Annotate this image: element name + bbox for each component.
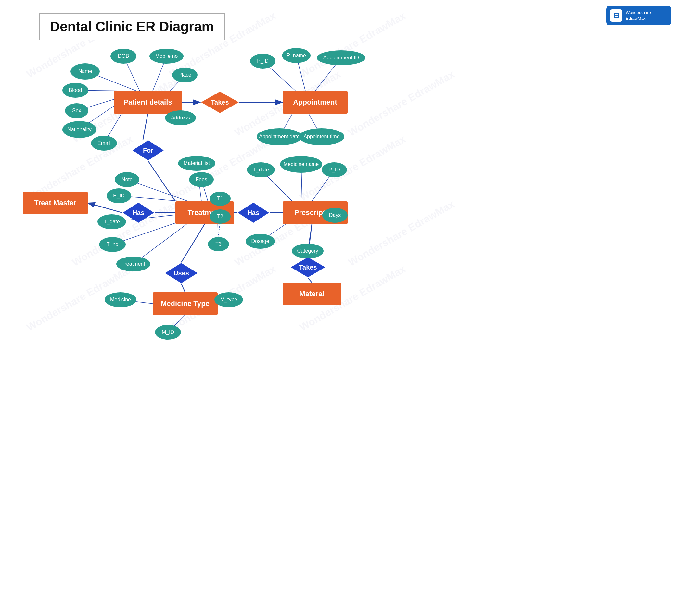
svg-line-5: [148, 161, 175, 201]
attr-t2: T2: [210, 209, 231, 224]
attr-aptid: Appointment ID: [317, 50, 365, 65]
svg-line-13: [308, 278, 312, 283]
attr-treatment-attr: Treatment: [116, 256, 150, 272]
attr-mtype: M_type: [214, 292, 243, 307]
logo-text: Wondershare EdrawMax: [626, 10, 651, 21]
svg-line-38: [218, 224, 220, 236]
svg-line-4: [143, 114, 148, 140]
attr-mobile: Mobile no: [149, 49, 184, 64]
attr-pid-apt: P_ID: [250, 54, 275, 68]
relationship-has-prescription: Has: [237, 202, 270, 224]
relationship-uses: Uses: [164, 263, 198, 284]
svg-line-10: [181, 224, 205, 263]
attr-t1: T1: [210, 192, 231, 206]
attr-nationality: Nationality: [62, 121, 96, 138]
attr-category: Category: [292, 243, 324, 258]
entity-appointment: Appointment: [283, 91, 348, 114]
svg-line-7: [88, 203, 122, 213]
attr-medicine: Medicine: [104, 292, 136, 307]
entity-treat-master: Treat Master: [23, 192, 88, 214]
attr-pid-tr: P_ID: [106, 188, 131, 203]
watermark: Wondershare EdrawMax: [346, 198, 457, 269]
attr-matlist: Material list: [178, 156, 215, 171]
watermark: Wondershare EdrawMax: [346, 68, 457, 139]
relationship-has-treatment: Has: [122, 202, 154, 224]
logo-badge: ⊟ Wondershare EdrawMax: [606, 6, 671, 25]
attr-tdate: T_date: [97, 214, 126, 229]
attr-sex: Sex: [65, 103, 88, 118]
attr-address: Address: [165, 110, 196, 125]
entity-materal: Materal: [283, 283, 341, 305]
attr-blood: Blood: [62, 83, 88, 98]
entity-medicine-type: Medicine Type: [153, 292, 218, 315]
relationship-for: For: [132, 140, 164, 161]
entity-patient-details: Patient details: [114, 91, 182, 114]
diagram-title: Dental Clinic ER Diagram: [50, 19, 214, 35]
attr-email: Email: [91, 136, 117, 151]
attr-aptdate: Appointment date: [257, 128, 302, 145]
relationship-takes-prescription: Takes: [290, 256, 326, 278]
diagram-title-box: Dental Clinic ER Diagram: [39, 13, 225, 40]
attr-apttime: Appointent time: [299, 128, 344, 145]
attr-place: Place: [172, 67, 197, 83]
attr-tno: T_no: [99, 237, 126, 252]
attr-tdate-p: T_date: [247, 162, 275, 177]
attr-pname: P_name: [282, 48, 311, 63]
attr-t3: T3: [208, 237, 229, 251]
attr-medname: Medicine name: [280, 156, 322, 173]
attr-name: Name: [71, 63, 100, 80]
attr-dob: DOB: [110, 49, 136, 64]
attr-days: Days: [322, 208, 348, 223]
watermark: Wondershare EdrawMax: [298, 10, 408, 81]
attr-fees: Fees: [189, 172, 214, 187]
svg-line-11: [181, 284, 185, 292]
attr-mid: M_ID: [155, 325, 181, 340]
attr-dosage: Dosage: [245, 234, 275, 249]
attr-pid-p: P_ID: [322, 162, 347, 177]
attr-note: Note: [115, 172, 139, 187]
logo-icon: ⊟: [610, 9, 622, 22]
relationship-takes: Takes: [200, 91, 239, 114]
